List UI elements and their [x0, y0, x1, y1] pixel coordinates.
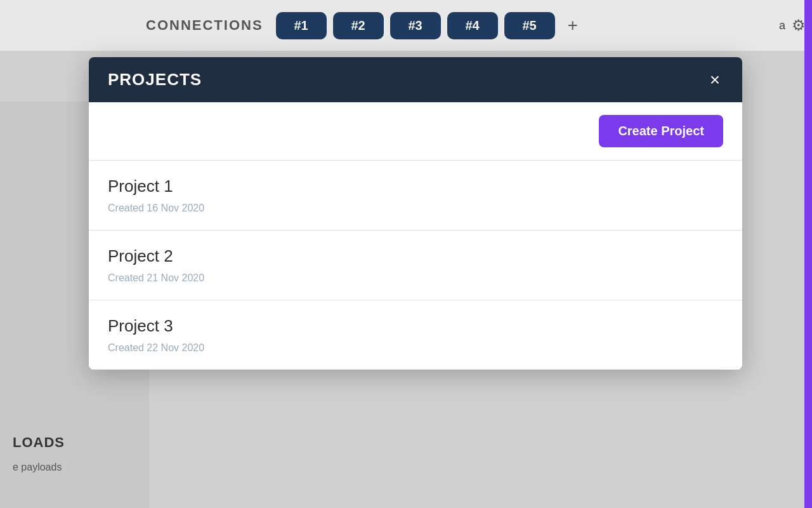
project-item-3[interactable]: Project 3 Created 22 Nov 2020 — [89, 300, 742, 370]
connection-tab-3[interactable]: #3 — [390, 12, 441, 39]
projects-modal: PROJECTS × Create Project Project 1 Crea… — [89, 57, 742, 370]
connections-label: CONNECTIONS — [146, 17, 263, 34]
modal-toolbar: Create Project — [89, 102, 742, 161]
project-list: Project 1 Created 16 Nov 2020 Project 2 … — [89, 161, 742, 370]
project-name-1: Project 1 — [108, 177, 723, 196]
connection-tab-2[interactable]: #2 — [333, 12, 384, 39]
modal-title: PROJECTS — [108, 70, 202, 90]
project-date-3: Created 22 Nov 2020 — [108, 342, 723, 354]
project-name-2: Project 2 — [108, 246, 723, 266]
top-bar: CONNECTIONS #1 #2 #3 #4 #5 + — [0, 0, 812, 51]
create-project-button[interactable]: Create Project — [599, 115, 723, 147]
add-connection-button[interactable]: + — [561, 12, 584, 39]
project-date-1: Created 16 Nov 2020 — [108, 203, 723, 214]
gear-icon: ⚙ — [792, 17, 806, 34]
project-item-1[interactable]: Project 1 Created 16 Nov 2020 — [89, 161, 742, 231]
payloads-sublabel: e payloads — [13, 462, 62, 473]
connection-tab-1[interactable]: #1 — [276, 12, 327, 39]
project-name-3: Project 3 — [108, 316, 723, 336]
project-date-2: Created 21 Nov 2020 — [108, 272, 723, 284]
settings-button[interactable]: ⚙ — [792, 17, 806, 34]
modal-header: PROJECTS × — [89, 57, 742, 102]
project-item-2[interactable]: Project 2 Created 21 Nov 2020 — [89, 231, 742, 300]
purple-sidebar-strip — [804, 0, 812, 508]
user-label: a — [779, 19, 785, 32]
connection-tab-4[interactable]: #4 — [447, 12, 498, 39]
modal-close-button[interactable]: × — [707, 71, 723, 89]
payloads-label: LOADS — [13, 434, 65, 451]
connection-tab-5[interactable]: #5 — [504, 12, 555, 39]
